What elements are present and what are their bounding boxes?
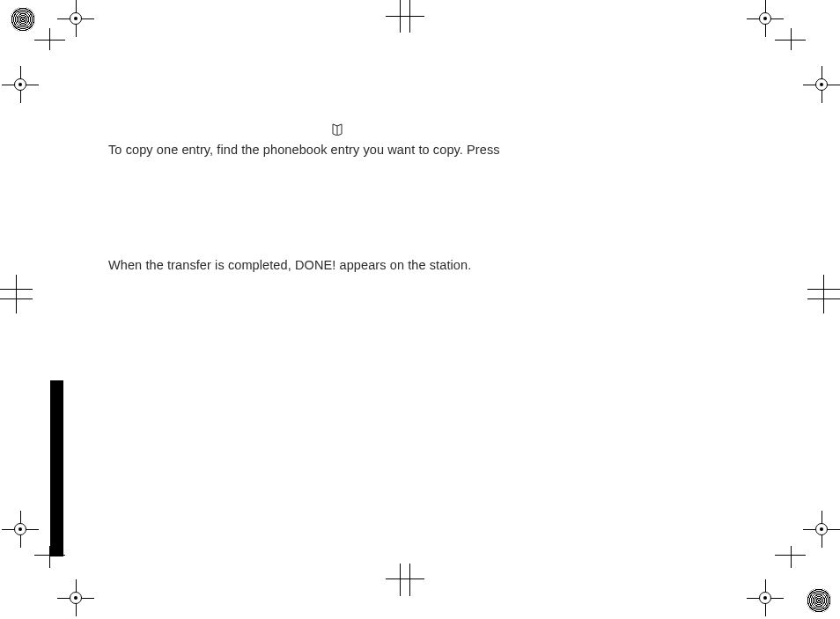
phonebook-icon-row [108,123,742,139]
crop-mark [386,578,424,579]
crop-mark [409,564,410,596]
register-mark-icon [755,9,775,28]
section-tab [50,380,63,556]
register-mark-icon [755,588,775,608]
register-mark-icon [11,520,30,539]
crop-mark [823,275,824,313]
register-mark-icon [66,588,85,608]
instruction-line-1: To copy one entry, find the phonebook en… [108,143,742,157]
crop-mark [791,546,792,568]
crop-mark [49,28,50,50]
register-mark-icon [66,9,85,28]
crop-mark [400,564,401,596]
phonebook-icon [332,123,343,136]
crop-mark [409,0,410,33]
register-mark-icon [812,520,831,539]
page-body: To copy one entry, find the phonebook en… [108,123,742,272]
register-mark-icon [11,75,30,94]
crop-mark [791,28,792,50]
crop-mark [400,0,401,33]
crop-mark [386,16,424,17]
register-disk-bottom-right [807,588,831,613]
register-mark-icon [812,75,831,94]
instruction-line-2: When the transfer is completed, DONE! ap… [108,258,742,272]
register-disk-top-left [11,7,35,32]
crop-mark [16,275,17,313]
